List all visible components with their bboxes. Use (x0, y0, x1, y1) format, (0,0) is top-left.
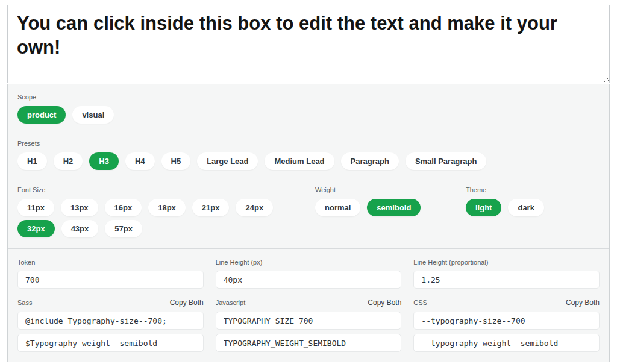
weight-pill-semibold[interactable]: semibold (367, 199, 421, 216)
font-size-pill-24px[interactable]: 24px (236, 199, 273, 216)
theme-options: light dark (466, 199, 600, 216)
presets-options: H1 H2 H3 H4 H5 Large Lead Medium Lead Pa… (17, 152, 600, 170)
controls-area: Scope product visual Presets H1 H2 H3 H4… (8, 84, 609, 248)
javascript-label: Javascript (216, 299, 246, 306)
font-size-pill-13px[interactable]: 13px (61, 199, 98, 216)
javascript-copy-both-button[interactable]: Copy Both (368, 298, 401, 307)
theme-label: Theme (466, 186, 600, 193)
font-size-pill-18px[interactable]: 18px (148, 199, 186, 216)
font-size-pill-57px[interactable]: 57px (105, 220, 142, 237)
size-weight-theme-row: Font Size 11px 13px 16px 18px 21px 24px … (17, 186, 600, 237)
css-size-output[interactable] (413, 312, 600, 330)
font-size-label: Font Size (17, 186, 315, 193)
scope-label: Scope (17, 93, 600, 101)
line-height-px-field: Line Height (px) (216, 259, 402, 289)
javascript-weight-output[interactable] (216, 334, 402, 352)
preset-pill-h2[interactable]: H2 (54, 152, 83, 170)
scope-options: product visual (17, 106, 600, 124)
weight-section: Weight normal semibold (315, 186, 466, 216)
font-size-pill-16px[interactable]: 16px (105, 199, 142, 216)
line-height-prop-input[interactable] (413, 271, 600, 289)
css-copy-both-button[interactable]: Copy Both (566, 298, 600, 307)
font-size-section: Font Size 11px 13px 16px 18px 21px 24px … (17, 186, 315, 237)
javascript-output: Javascript Copy Both (216, 298, 402, 352)
controls-panel: Scope product visual Presets H1 H2 H3 H4… (7, 84, 610, 362)
font-size-pill-43px[interactable]: 43px (61, 220, 99, 237)
outputs-area: Token Line Height (px) Line Height (prop… (8, 248, 609, 362)
preset-pill-h1[interactable]: H1 (17, 152, 47, 170)
preview-textarea[interactable]: You can click inside this box to edit th… (7, 5, 610, 83)
scope-section: Scope product visual (17, 93, 600, 124)
preset-pill-large-lead[interactable]: Large Lead (197, 152, 258, 170)
token-input[interactable] (17, 271, 204, 289)
sass-label: Sass (17, 299, 32, 306)
css-output: CSS Copy Both (413, 298, 600, 352)
presets-label: Presets (17, 140, 600, 147)
weight-pill-normal[interactable]: normal (315, 199, 360, 216)
preset-pill-h4[interactable]: H4 (125, 152, 155, 170)
scope-pill-visual[interactable]: visual (72, 106, 114, 124)
code-outputs-row: Sass Copy Both Javascript Copy Both (17, 298, 600, 352)
javascript-size-output[interactable] (216, 312, 402, 330)
token-label: Token (17, 259, 35, 266)
preset-pill-paragraph[interactable]: Paragraph (341, 152, 399, 170)
font-size-pill-21px[interactable]: 21px (192, 199, 230, 216)
token-field: Token (17, 259, 204, 289)
line-height-prop-field: Line Height (proportional) (413, 259, 600, 289)
font-size-pill-11px[interactable]: 11px (17, 199, 54, 216)
scope-pill-product[interactable]: product (17, 106, 66, 124)
weight-label: Weight (315, 186, 466, 193)
preset-pill-h3[interactable]: H3 (89, 152, 119, 170)
theme-pill-light[interactable]: light (466, 199, 501, 216)
preset-pill-medium-lead[interactable]: Medium Lead (265, 152, 334, 170)
sass-size-output[interactable] (17, 312, 204, 330)
preset-pill-h5[interactable]: H5 (161, 152, 191, 170)
typography-tool: You can click inside this box to edit th… (7, 5, 610, 362)
sass-output: Sass Copy Both (17, 298, 204, 352)
theme-section: Theme light dark (466, 186, 600, 216)
css-label: CSS (413, 299, 427, 306)
line-height-px-label: Line Height (px) (216, 259, 263, 266)
font-size-options: 11px 13px 16px 18px 21px 24px 32px 43px … (17, 199, 301, 237)
sass-weight-output[interactable] (17, 334, 204, 352)
weight-options: normal semibold (315, 199, 466, 216)
token-fields-row: Token Line Height (px) Line Height (prop… (17, 259, 600, 289)
line-height-px-input[interactable] (216, 271, 402, 289)
css-weight-output[interactable] (413, 334, 600, 352)
font-size-pill-32px[interactable]: 32px (17, 220, 55, 237)
preset-pill-small-paragraph[interactable]: Small Paragraph (406, 152, 487, 170)
theme-pill-dark[interactable]: dark (508, 199, 543, 216)
sass-copy-both-button[interactable]: Copy Both (170, 298, 204, 307)
line-height-prop-label: Line Height (proportional) (413, 259, 488, 266)
presets-section: Presets H1 H2 H3 H4 H5 Large Lead Medium… (17, 140, 600, 170)
